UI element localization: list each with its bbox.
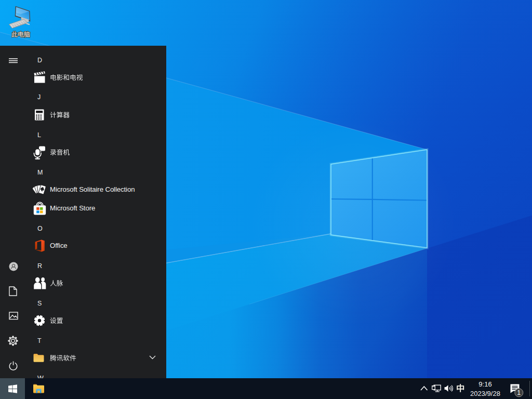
svg-text:1: 1 bbox=[517, 389, 521, 396]
